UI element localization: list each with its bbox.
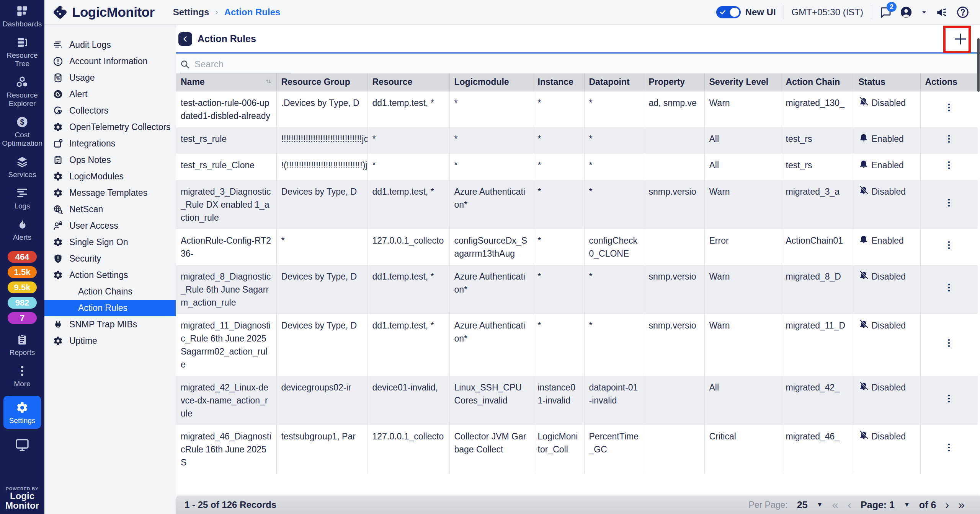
breadcrumb-settings[interactable]: Settings — [173, 7, 209, 18]
prev-page-button[interactable]: ‹ — [848, 499, 851, 511]
per-page-select[interactable]: 25 — [797, 499, 808, 511]
ops-notes-icon — [53, 155, 63, 165]
row-actions-menu-button[interactable] — [947, 196, 951, 209]
menu-item-security[interactable]: Security — [44, 250, 176, 267]
alert-badge[interactable]: 1.5k — [8, 266, 37, 278]
help-icon — [956, 6, 969, 19]
row-actions-menu-button[interactable] — [947, 132, 951, 145]
announcements-button[interactable] — [936, 6, 949, 19]
rail-item-alerts[interactable]: Alerts — [1, 218, 44, 242]
cell-datapoint: * — [584, 91, 644, 127]
back-button[interactable] — [178, 32, 192, 46]
menu-item-action-settings[interactable]: Action Settings — [44, 267, 176, 283]
rail-item-more[interactable]: More — [1, 364, 44, 388]
column-header-datapoint[interactable]: Datapoint — [584, 73, 644, 91]
brand-name: LogicMonitor — [72, 5, 155, 20]
menu-item-logicmodules[interactable]: LogicModules — [44, 168, 176, 185]
chat-badge: 2 — [887, 2, 897, 12]
rail-item-reports[interactable]: Reports — [1, 333, 44, 357]
page-label: Page: 1 — [861, 499, 895, 511]
cell-instance: * — [533, 154, 584, 180]
row-actions-menu-button[interactable] — [947, 239, 951, 252]
menu-item-action-rules[interactable]: Action Rules — [44, 300, 176, 316]
last-page-button[interactable]: » — [958, 499, 965, 511]
row-actions-menu-button[interactable] — [947, 441, 951, 454]
alert-badge[interactable]: 982 — [8, 297, 37, 309]
chat-button[interactable]: 2 — [879, 6, 892, 19]
rail-item-logs[interactable]: Logs — [1, 187, 44, 210]
column-header-status[interactable]: Status — [854, 73, 920, 91]
add-action-rule-button[interactable] — [952, 29, 969, 49]
menu-item-alert[interactable]: Alert — [44, 86, 176, 102]
menu-item-collectors[interactable]: Collectors — [44, 102, 176, 119]
logicmonitor-logo[interactable]: LogicMonitor — [51, 3, 155, 21]
avatar-menu-caret[interactable] — [920, 8, 928, 16]
column-header-resource[interactable]: Resource — [368, 73, 449, 91]
sort-icon[interactable] — [264, 78, 273, 86]
menu-item-opentelemetry-collectors[interactable]: OpenTelemetry Collectors — [44, 119, 176, 135]
row-actions-menu-button[interactable] — [947, 281, 951, 294]
menu-item-usage[interactable]: %Usage — [44, 70, 176, 86]
cell-resource: dd1.temp.test, * — [368, 314, 449, 376]
menu-item-ops-notes[interactable]: Ops Notes — [44, 152, 176, 168]
cell-name: test-action-rule-006-updated1-disbled-al… — [176, 91, 276, 127]
rail-item-cost-optimization[interactable]: $Cost Optimization — [1, 115, 44, 148]
menu-item-netscan[interactable]: NetScan — [44, 201, 176, 218]
first-page-button[interactable]: « — [832, 499, 838, 511]
kebab-icon — [947, 281, 951, 294]
next-page-button[interactable]: › — [945, 499, 949, 511]
alert-badge[interactable]: 7 — [8, 312, 37, 324]
user-avatar-button[interactable] — [900, 6, 913, 19]
menu-item-snmp-trap-mibs[interactable]: SNMP Trap MIBs — [44, 316, 176, 333]
menu-item-account-information[interactable]: Account Information — [44, 53, 176, 70]
rail-item-services[interactable]: Services — [1, 155, 44, 179]
scrollbar-thumb[interactable] — [977, 38, 980, 92]
alert-badge[interactable]: 9.5k — [8, 281, 37, 293]
toggle-pill[interactable] — [716, 6, 741, 18]
menu-item-label: Account Information — [69, 56, 148, 67]
rail-item-label: Reports — [10, 348, 35, 357]
check-icon — [719, 8, 727, 16]
row-actions-menu-button[interactable] — [947, 159, 951, 172]
row-actions-menu-button[interactable] — [947, 101, 951, 114]
column-header-severity-level[interactable]: Severity Level — [704, 73, 781, 91]
page-select-caret-icon[interactable]: ▼ — [904, 501, 910, 508]
rail-item-settings[interactable]: Settings — [3, 396, 41, 429]
menu-item-action-chains[interactable]: Action Chains — [44, 283, 176, 300]
column-header-instance[interactable]: Instance — [533, 73, 584, 91]
menu-item-single-sign-on[interactable]: Single Sign On — [44, 234, 176, 250]
column-header-actions[interactable]: Actions — [920, 73, 978, 91]
menu-item-user-access[interactable]: User Access — [44, 218, 176, 234]
column-header-logicmodule[interactable]: Logicmodule — [449, 73, 533, 91]
rail-item-resource-explorer[interactable]: Resource Explorer — [1, 76, 44, 108]
search-field[interactable] — [180, 59, 291, 73]
breadcrumb-action-rules[interactable]: Action Rules — [224, 7, 281, 18]
cell-datapoint: * — [584, 180, 644, 229]
rail-item-resource-tree[interactable]: Resource Tree — [1, 36, 44, 68]
toggle-knob — [730, 8, 739, 17]
menu-item-message-templates[interactable]: Message Templates — [44, 185, 176, 201]
cell-severity: Critical — [704, 425, 781, 474]
per-page-caret-icon[interactable]: ▼ — [817, 501, 823, 508]
menu-item-integrations[interactable]: Integrations — [44, 135, 176, 152]
cell-resource: 127.0.0.1_collecto — [368, 425, 449, 474]
column-header-action-chain[interactable]: Action Chain — [781, 73, 854, 91]
alert-badge[interactable]: 464 — [8, 251, 37, 263]
menu-item-uptime[interactable]: Uptime — [44, 333, 176, 349]
column-header-resource-group[interactable]: Resource Group — [276, 73, 368, 91]
action-rules-table: NameResource GroupResourceLogicmoduleIns… — [176, 73, 978, 474]
collectors-icon — [53, 106, 63, 116]
help-button[interactable] — [956, 6, 969, 19]
row-actions-menu-button[interactable] — [947, 392, 951, 405]
column-header-property[interactable]: Property — [644, 73, 704, 91]
cell-property — [644, 425, 704, 474]
cell-datapoint: PercentTime_GC — [584, 425, 644, 474]
row-actions-menu-button[interactable] — [947, 337, 951, 350]
menu-item-audit-logs[interactable]: Audit Logs — [44, 37, 176, 53]
new-ui-toggle[interactable]: New UI — [716, 6, 776, 18]
rail-item-dashboards[interactable]: Dashboards — [1, 5, 44, 28]
bell-slash-icon — [859, 430, 869, 443]
column-header-name[interactable]: Name — [176, 73, 276, 91]
search-input[interactable] — [194, 59, 286, 70]
remote-session-button[interactable] — [14, 437, 31, 454]
